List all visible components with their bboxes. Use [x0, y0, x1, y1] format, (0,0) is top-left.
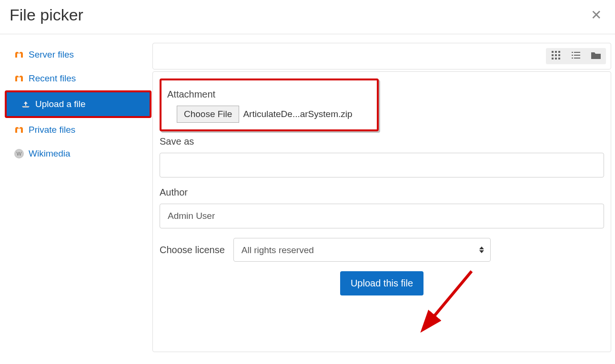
svg-rect-4: [555, 54, 557, 56]
upload-file-button[interactable]: Upload this file: [340, 271, 423, 295]
svg-rect-12: [574, 55, 580, 56]
repository-sidebar: Server files Recent files Upload a file …: [0, 34, 152, 352]
selected-filename: ArticulateDe...arSystem.zip: [243, 109, 352, 119]
dialog-content: Server files Recent files Upload a file …: [0, 34, 615, 352]
close-button[interactable]: ✕: [587, 7, 605, 23]
svg-rect-1: [555, 51, 557, 53]
author-group: Author: [160, 187, 604, 228]
moodle-icon: [14, 126, 24, 134]
choose-file-button[interactable]: Choose File: [177, 106, 239, 123]
svg-rect-14: [574, 58, 580, 59]
wikimedia-icon: W: [14, 149, 24, 158]
upload-form: Attachment Choose File ArticulateDe...ar…: [152, 71, 611, 352]
author-label: Author: [160, 187, 604, 198]
save-as-label: Save as: [160, 136, 604, 147]
dialog-title: File picker: [10, 6, 83, 24]
view-toolbar: [152, 43, 611, 69]
attachment-label: Attachment: [167, 89, 371, 100]
save-as-group: Save as: [160, 136, 604, 177]
sidebar-item-label: Upload a file: [35, 99, 86, 109]
sidebar-item-label: Wikimedia: [29, 148, 71, 159]
author-input[interactable]: [160, 204, 604, 228]
sidebar-item-private-files[interactable]: Private files: [0, 118, 152, 142]
list-icon: [572, 51, 580, 61]
svg-rect-13: [572, 58, 573, 59]
license-select[interactable]: All rights reserved: [233, 238, 491, 262]
sidebar-item-wikimedia[interactable]: W Wikimedia: [0, 142, 152, 166]
svg-rect-0: [552, 51, 554, 53]
submit-row: Upload this file: [160, 271, 604, 295]
svg-rect-11: [572, 55, 573, 56]
svg-rect-6: [552, 58, 554, 59]
file-input-row: Choose File ArticulateDe...arSystem.zip: [177, 106, 371, 123]
upload-icon: [21, 100, 30, 108]
close-icon: ✕: [591, 8, 602, 22]
sidebar-item-label: Recent files: [29, 73, 76, 84]
svg-rect-7: [555, 58, 557, 59]
sidebar-item-recent-files[interactable]: Recent files: [0, 67, 152, 90]
save-as-input[interactable]: [160, 153, 604, 177]
svg-rect-2: [558, 51, 560, 53]
license-label: Choose license: [160, 245, 225, 256]
dialog-header: File picker ✕: [0, 0, 615, 34]
sidebar-item-label: Private files: [29, 125, 75, 135]
view-tree-button[interactable]: [586, 48, 606, 64]
folder-icon: [591, 51, 601, 61]
svg-rect-5: [558, 54, 560, 56]
sidebar-item-upload-file[interactable]: Upload a file: [5, 90, 151, 118]
svg-rect-9: [572, 52, 573, 53]
view-grid-button[interactable]: [546, 48, 566, 64]
view-mode-buttons: [546, 48, 606, 64]
main-panel: Attachment Choose File ArticulateDe...ar…: [152, 34, 615, 352]
sidebar-item-server-files[interactable]: Server files: [0, 43, 152, 67]
grid-icon: [552, 51, 560, 61]
svg-rect-10: [574, 52, 580, 53]
svg-rect-3: [552, 54, 554, 56]
sidebar-item-label: Server files: [29, 49, 74, 60]
svg-rect-8: [558, 58, 560, 59]
moodle-icon: [14, 75, 24, 82]
view-list-button[interactable]: [566, 48, 586, 64]
moodle-icon: [14, 51, 24, 59]
attachment-section: Attachment Choose File ArticulateDe...ar…: [160, 79, 379, 131]
license-group: Choose license All rights reserved: [160, 238, 604, 262]
